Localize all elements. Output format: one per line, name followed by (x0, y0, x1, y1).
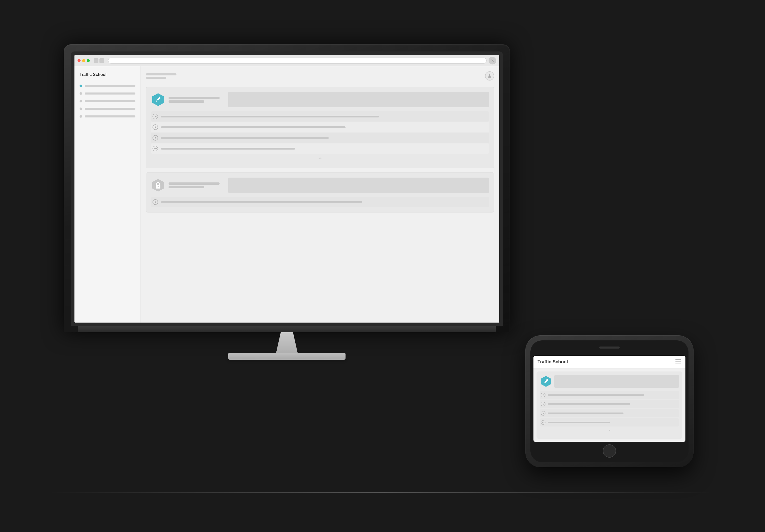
module-card-2 (146, 172, 494, 212)
svg-point-17 (158, 186, 159, 187)
play-icon (152, 135, 158, 141)
back-arrow[interactable] (94, 58, 98, 63)
lesson-row[interactable] (151, 143, 489, 153)
monitor-bottom-bar (78, 326, 496, 332)
nav-arrows (94, 58, 104, 63)
phone-lesson-row[interactable] (540, 391, 679, 399)
phone-outer-bezel: Traffic School (525, 335, 694, 467)
user-avatar-icon (487, 73, 492, 79)
sidebar-dot (80, 92, 82, 95)
collapse-button[interactable] (151, 153, 489, 163)
phone-play-icon (541, 401, 546, 406)
module-2-header (151, 177, 489, 193)
phone-module-card (536, 372, 682, 439)
svg-point-14 (156, 148, 157, 149)
svg-marker-25 (543, 403, 544, 405)
lesson-title-line (161, 148, 295, 149)
sidebar-item[interactable] (74, 105, 141, 113)
hamburger-line (675, 362, 681, 362)
sidebar-dot (80, 100, 82, 103)
svg-point-30 (543, 422, 544, 423)
top-bar-right (485, 71, 494, 81)
sidebar-dot-active (80, 85, 82, 87)
hamburger-line (675, 364, 681, 364)
lesson-title-line (161, 137, 329, 139)
module-subtitle-line (169, 101, 204, 103)
sidebar-item[interactable] (74, 97, 141, 105)
svg-marker-10 (155, 137, 157, 139)
sidebar-item-label (85, 116, 135, 118)
breadcrumb (146, 73, 177, 79)
phone-lesson-row[interactable] (540, 418, 679, 426)
sidebar-item-label (85, 100, 135, 102)
hamburger-line (675, 360, 681, 360)
sidebar-dot (80, 108, 82, 110)
lesson-row[interactable] (151, 122, 489, 132)
lesson-row[interactable] (151, 111, 489, 122)
phone-main-content (533, 369, 685, 442)
lesson-row[interactable] (151, 197, 489, 207)
module-card-1 (146, 87, 494, 168)
phone-home-button[interactable] (603, 444, 616, 458)
module-1-image (228, 92, 489, 107)
phone-lesson-line (548, 422, 610, 423)
svg-point-29 (542, 422, 543, 423)
phone-app-title: Traffic School (537, 359, 568, 365)
maximize-button[interactable] (87, 59, 90, 62)
user-icon[interactable] (488, 57, 496, 65)
sidebar-item[interactable] (74, 90, 141, 97)
svg-marker-27 (543, 412, 544, 414)
monitor-stand (64, 332, 510, 360)
module-subtitle-line (169, 186, 204, 188)
svg-marker-6 (155, 116, 157, 118)
lesson-title-line (161, 127, 346, 128)
svg-point-12 (154, 148, 155, 149)
svg-marker-8 (155, 126, 157, 128)
phone-lesson-row[interactable] (540, 409, 679, 417)
svg-point-13 (155, 148, 156, 149)
forward-arrow[interactable] (99, 58, 104, 63)
phone-lesson-line (548, 403, 630, 405)
module-title-line (169, 97, 220, 99)
phone-module-image (554, 375, 679, 388)
browser-chrome (74, 55, 499, 66)
desktop-monitor: Traffic School (64, 44, 510, 360)
close-button[interactable] (78, 59, 81, 62)
phone-play-icon (541, 393, 546, 398)
phone-lesson-list (540, 391, 679, 427)
lesson-title-line (161, 116, 379, 118)
url-bar[interactable] (108, 58, 486, 64)
sidebar-nav (74, 82, 141, 120)
svg-marker-19 (155, 201, 157, 203)
play-icon (152, 124, 158, 130)
phone-speaker (599, 347, 620, 349)
sidebar-item[interactable] (74, 82, 141, 90)
svg-marker-23 (543, 394, 544, 396)
module-2-title (169, 182, 220, 188)
svg-point-0 (492, 59, 493, 61)
phone-module-icon (540, 376, 552, 387)
breadcrumb-line-2 (146, 77, 166, 79)
module-1-header (151, 92, 489, 107)
sidebar-item-label (85, 93, 135, 95)
phone-lesson-line (548, 412, 623, 414)
lesson-row[interactable] (151, 133, 489, 143)
phone-lesson-row[interactable] (540, 400, 679, 408)
phone-screen: Traffic School (533, 356, 685, 442)
user-avatar[interactable] (485, 71, 494, 81)
monitor-outer-bezel: Traffic School (64, 44, 510, 332)
stand-neck (272, 332, 302, 353)
sidebar-item[interactable] (74, 113, 141, 120)
sidebar-title: Traffic School (74, 72, 141, 82)
scene: Traffic School (51, 24, 714, 508)
phone-collapse-button[interactable] (540, 427, 679, 435)
minimize-button[interactable] (82, 59, 85, 62)
app-layout: Traffic School (74, 66, 499, 323)
hamburger-menu-button[interactable] (675, 360, 681, 364)
sidebar-item-label (85, 108, 135, 110)
phone-chevron-up-icon (607, 428, 611, 434)
more-icon (152, 145, 158, 151)
main-content (141, 66, 499, 323)
person-icon (490, 58, 495, 63)
module-2-icon (151, 178, 165, 192)
